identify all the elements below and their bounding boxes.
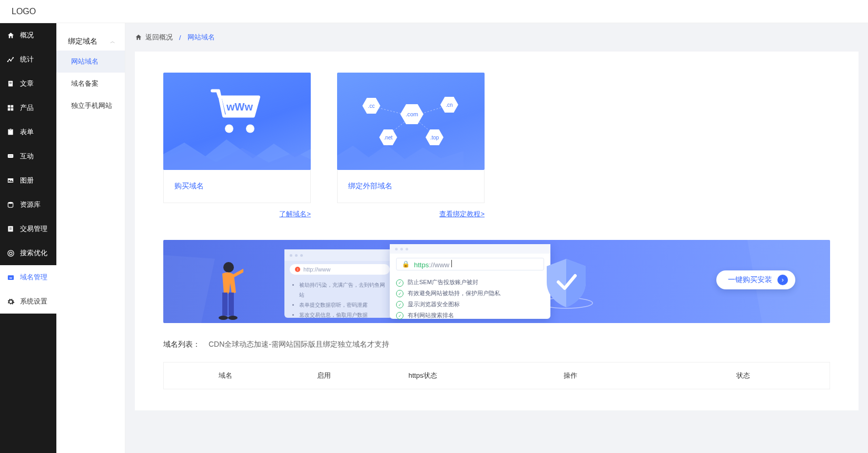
svg-point-22 [7, 250, 13, 256]
install-button[interactable]: 一键购买安装 › [716, 270, 795, 289]
link-bind-tutorial[interactable]: 查看绑定教程> [439, 210, 485, 218]
nav-overview[interactable]: 概况 [0, 23, 56, 47]
svg-point-33 [223, 262, 234, 273]
svg-rect-20 [9, 228, 12, 228]
nav-seo[interactable]: 搜索优化 [0, 241, 56, 265]
nav-resources[interactable]: 资源库 [0, 193, 56, 217]
home-icon [135, 34, 142, 41]
subnav-site-domain[interactable]: 网站域名 [56, 51, 125, 73]
gear-icon [6, 297, 15, 306]
svg-point-37 [228, 316, 238, 320]
domain-list-header: 域名列表： CDN全球动态加速-需网站国际版且绑定独立域名才支持 [163, 340, 830, 349]
https-banner: !http://www 被劫持/污染，充满广告，去到钓鱼网站 表单提交数据窃听，… [163, 240, 830, 323]
link-learn-domain[interactable]: 了解域名> [279, 210, 311, 218]
image-icon [6, 176, 15, 185]
breadcrumb-back[interactable]: 返回概况 [135, 33, 173, 42]
svg-point-28 [246, 124, 254, 133]
card-buy-domain: wWw 购买域名 了解域名> [163, 73, 311, 219]
lock-icon: 🔒 [402, 260, 410, 268]
content-area: 返回概况 / 网站域名 wWw 购买域名 了解域名> [125, 23, 868, 453]
col-status: 状态 [657, 371, 830, 380]
logo: LOGO [12, 7, 36, 16]
svg-rect-9 [8, 108, 11, 111]
secondary-sidebar: 绑定域名 ︿ 网站域名 域名备案 独立手机网站 [56, 23, 125, 453]
svg-rect-8 [11, 105, 14, 108]
grid-icon [6, 104, 15, 112]
shield-icon [537, 255, 595, 313]
chat-icon [6, 152, 15, 160]
svg-rect-21 [9, 229, 12, 229]
trade-icon [6, 225, 15, 233]
form-icon [6, 128, 15, 136]
svg-rect-7 [8, 105, 11, 108]
svg-point-23 [9, 252, 12, 255]
svg-point-2 [10, 60, 11, 61]
https-browser: 🔒 https://www 防止SEM广告投放账户被封 有效避免网站被劫持，保护… [390, 244, 550, 319]
svg-rect-12 [9, 129, 12, 130]
breadcrumb-current: 网站域名 [188, 33, 215, 42]
db-icon [6, 200, 15, 209]
svg-point-18 [8, 202, 13, 204]
chart-icon [6, 55, 15, 64]
nav-interact[interactable]: 互动 [0, 144, 56, 168]
svg-point-27 [225, 124, 233, 133]
svg-rect-35 [229, 293, 234, 316]
card-buy-image: wWw [163, 73, 311, 170]
domain-icon: w [6, 273, 15, 281]
nav-settings[interactable]: 系统设置 [0, 289, 56, 314]
card-buy-title[interactable]: 购买域名 [163, 170, 311, 203]
svg-rect-5 [9, 82, 12, 83]
svg-text:w: w [9, 276, 12, 279]
subnav-domain-filing[interactable]: 域名备案 [56, 73, 125, 95]
svg-point-3 [13, 57, 13, 58]
svg-point-0 [7, 61, 8, 62]
http-browser: !http://www 被劫持/污染，充满广告，去到钓鱼网站 表单提交数据窃听，… [284, 249, 395, 318]
svg-point-16 [12, 156, 12, 156]
person-icon [211, 260, 243, 323]
col-domain: 域名 [164, 371, 287, 380]
card-bind-domain: .cc .com .cn .net .top 绑定外部域名 查看绑定教程> [337, 73, 485, 219]
nav-products[interactable]: 产品 [0, 96, 56, 120]
primary-sidebar: 概况 统计 文章 产品 表单 互动 图册 资源库 交易管理 搜索优化 w域名管理… [0, 23, 56, 453]
domain-table: 域名 启用 https状态 操作 状态 [163, 362, 830, 389]
arrow-right-icon: › [777, 275, 788, 285]
nav-forms[interactable]: 表单 [0, 120, 56, 144]
card-bind-image: .cc .com .cn .net .top [337, 73, 485, 170]
svg-text:wWw: wWw [226, 100, 253, 112]
seo-icon [6, 249, 15, 257]
svg-rect-6 [9, 83, 12, 84]
nav-articles[interactable]: 文章 [0, 72, 56, 96]
col-https: https状态 [361, 371, 485, 380]
svg-rect-17 [8, 178, 14, 183]
breadcrumb: 返回概况 / 网站域名 [125, 23, 868, 52]
cart-www-icon: wWw [208, 87, 266, 139]
card-bind-title[interactable]: 绑定外部域名 [337, 170, 485, 203]
warning-icon: ! [295, 267, 300, 272]
svg-point-36 [219, 316, 228, 320]
svg-rect-10 [11, 108, 14, 111]
svg-point-14 [9, 156, 9, 156]
svg-point-15 [10, 156, 11, 156]
chevron-up-icon: ︿ [110, 38, 115, 45]
col-enable: 启用 [287, 371, 361, 380]
svg-point-1 [9, 59, 9, 59]
svg-rect-11 [8, 129, 13, 135]
nav-domain[interactable]: w域名管理 [0, 265, 56, 289]
nav-stats[interactable]: 统计 [0, 47, 56, 72]
subnav-mobile-site[interactable]: 独立手机网站 [56, 95, 125, 117]
nav-gallery[interactable]: 图册 [0, 168, 56, 193]
nav-trade[interactable]: 交易管理 [0, 217, 56, 241]
col-action: 操作 [485, 371, 657, 380]
svg-rect-34 [222, 293, 228, 316]
doc-icon [6, 79, 15, 88]
home-icon [6, 31, 15, 39]
subnav-group[interactable]: 绑定域名 ︿ [56, 37, 125, 51]
